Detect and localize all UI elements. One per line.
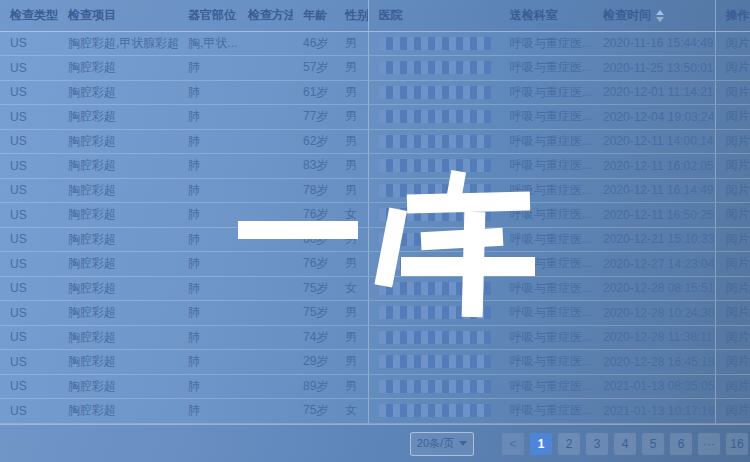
- cell-gender: 男: [335, 252, 368, 277]
- view-images-link[interactable]: 阅片: [726, 109, 750, 123]
- view-images-link[interactable]: 阅片: [726, 403, 750, 417]
- cell-department: 呼吸与重症医...: [500, 154, 593, 179]
- cell-exam-type: US: [0, 56, 58, 81]
- sort-ascending-icon[interactable]: [656, 10, 664, 15]
- table-row: US 胸腔彩超 肺 57岁 男 呼吸与重症医... 2020-11-25 13:…: [0, 56, 750, 81]
- cell-actions: 阅片: [715, 80, 750, 105]
- sort-descending-icon[interactable]: [656, 17, 664, 22]
- cell-exam-method: [238, 178, 293, 203]
- cell-hospital: [368, 252, 500, 277]
- cell-exam-type: US: [0, 203, 58, 228]
- cell-age: 83岁: [293, 154, 335, 179]
- view-images-link[interactable]: 阅片: [726, 281, 750, 295]
- redacted-hospital-name: [379, 184, 491, 197]
- cell-exam-item: 胸腔彩超: [58, 276, 178, 301]
- redacted-hospital-name: [379, 233, 491, 246]
- cell-exam-type: US: [0, 154, 58, 179]
- cell-gender: 女: [335, 203, 368, 228]
- cell-exam-type: US: [0, 31, 58, 56]
- cell-exam-method: [238, 56, 293, 81]
- cell-hospital: [368, 154, 500, 179]
- table-row: US 胸腔彩超 肺 60岁 男 呼吸与重症医... 2020-12-21 15:…: [0, 227, 750, 252]
- col-header-organ: 器官部位: [178, 0, 238, 31]
- view-images-link[interactable]: 阅片: [726, 330, 750, 344]
- redacted-hospital-name: [379, 37, 491, 50]
- redacted-hospital-name: [379, 306, 491, 319]
- view-images-link[interactable]: 阅片: [726, 60, 750, 74]
- col-header-department: 送检科室: [500, 0, 593, 31]
- table-row: US 胸腔彩超 肺 77岁 男 呼吸与重症医... 2020-12-04 19:…: [0, 105, 750, 130]
- cell-exam-method: [238, 80, 293, 105]
- view-images-link[interactable]: 阅片: [726, 379, 750, 393]
- page-button[interactable]: 5: [642, 433, 664, 455]
- cell-exam-time: 2020-12-28 08:15:51: [593, 276, 715, 301]
- sort-carets-icon[interactable]: [656, 10, 664, 22]
- redacted-hospital-name: [379, 61, 491, 74]
- view-images-link[interactable]: 阅片: [726, 354, 750, 368]
- page-button[interactable]: 16: [726, 433, 748, 455]
- cell-department: 呼吸与重症医...: [500, 325, 593, 350]
- cell-gender: 男: [335, 80, 368, 105]
- cell-organ: 肺: [178, 301, 238, 326]
- cell-department: 呼吸与重症医...: [500, 350, 593, 375]
- view-images-link[interactable]: 阅片: [726, 256, 750, 270]
- cell-exam-type: US: [0, 276, 58, 301]
- page-button[interactable]: 3: [586, 433, 608, 455]
- page-button[interactable]: 6: [670, 433, 692, 455]
- cell-exam-type: US: [0, 301, 58, 326]
- col-header-exam-time[interactable]: 检查时间: [593, 0, 715, 31]
- redacted-hospital-name: [379, 282, 491, 295]
- cell-age: 77岁: [293, 105, 335, 130]
- cell-exam-method: [238, 350, 293, 375]
- redacted-hospital-name: [379, 135, 491, 148]
- view-images-link[interactable]: 阅片: [726, 134, 750, 148]
- cell-actions: 阅片: [715, 129, 750, 154]
- view-images-link[interactable]: 阅片: [726, 232, 750, 246]
- cell-exam-item: 胸腔彩超: [58, 374, 178, 399]
- cell-actions: 阅片: [715, 56, 750, 81]
- cell-exam-type: US: [0, 227, 58, 252]
- cell-gender: 男: [335, 178, 368, 203]
- col-header-exam-time-label: 检查时间: [603, 8, 651, 22]
- cell-exam-time: 2020-12-28 10:24:30: [593, 301, 715, 326]
- cell-organ: 肺: [178, 178, 238, 203]
- page-size-select[interactable]: 20条/页: [410, 432, 474, 456]
- table-header-row: 检查类型 检查项目 器官部位 检查方法 年龄 性别 医院 送检科室 检查时间 操…: [0, 0, 750, 31]
- cell-exam-item: 胸腔彩超,甲状腺彩超: [58, 31, 178, 56]
- cell-age: 75岁: [293, 399, 335, 424]
- view-images-link[interactable]: 阅片: [726, 85, 750, 99]
- cell-age: 76岁: [293, 203, 335, 228]
- cell-exam-time: 2020-12-11 16:14:49: [593, 178, 715, 203]
- view-images-link[interactable]: 阅片: [726, 36, 750, 50]
- cell-exam-method: [238, 129, 293, 154]
- view-images-link[interactable]: 阅片: [726, 305, 750, 319]
- page-button[interactable]: ···: [698, 433, 720, 455]
- page-button[interactable]: 1: [530, 433, 552, 455]
- redacted-hospital-name: [379, 404, 491, 417]
- cell-department: 呼吸与重症医...: [500, 105, 593, 130]
- cell-hospital: [368, 374, 500, 399]
- cell-department: 呼吸与重症医...: [500, 31, 593, 56]
- cell-gender: 男: [335, 105, 368, 130]
- cell-exam-time: 2021-01-13 08:35:05: [593, 374, 715, 399]
- page-button[interactable]: 4: [614, 433, 636, 455]
- cell-exam-type: US: [0, 178, 58, 203]
- cell-exam-item: 胸腔彩超: [58, 350, 178, 375]
- cell-department: 呼吸与重症医...: [500, 374, 593, 399]
- page-button[interactable]: 2: [558, 433, 580, 455]
- cell-actions: 阅片: [715, 31, 750, 56]
- prev-page-button[interactable]: <: [502, 433, 524, 455]
- cell-organ: 肺: [178, 56, 238, 81]
- cell-department: 呼吸与重症医...: [500, 227, 593, 252]
- view-images-link[interactable]: 阅片: [726, 158, 750, 172]
- cell-exam-item: 胸腔彩超: [58, 301, 178, 326]
- cell-gender: 女: [335, 399, 368, 424]
- cell-department: 呼吸与重症医...: [500, 399, 593, 424]
- view-images-link[interactable]: 阅片: [726, 183, 750, 197]
- redacted-hospital-name: [379, 86, 491, 99]
- cell-actions: 阅片: [715, 252, 750, 277]
- cell-exam-type: US: [0, 374, 58, 399]
- redacted-hospital-name: [379, 380, 491, 393]
- view-images-link[interactable]: 阅片: [726, 207, 750, 221]
- cell-department: 呼吸与重症医...: [500, 56, 593, 81]
